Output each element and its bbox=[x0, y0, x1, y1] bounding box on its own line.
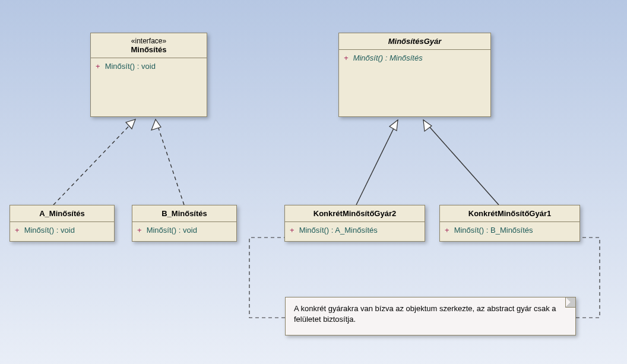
class-interface-minosites: «interface» Minősítés + Minősít() : void bbox=[90, 33, 207, 117]
stereotype-label: «interface» bbox=[96, 37, 202, 45]
class-name: A_Minősítés bbox=[15, 209, 109, 218]
operation: + Minősít() : void bbox=[137, 226, 197, 235]
visibility: + bbox=[15, 226, 22, 235]
op-text: Minősít() : A_Minősítés bbox=[299, 226, 378, 235]
class-name: KonkrétMinősítőGyár1 bbox=[445, 209, 575, 218]
class-konkret-gyar-2: KonkrétMinősítőGyár2 + Minősít() : A_Min… bbox=[284, 205, 425, 242]
svg-marker-5 bbox=[390, 120, 398, 131]
svg-line-6 bbox=[423, 120, 499, 205]
visibility: + bbox=[290, 226, 297, 235]
class-name: MinősítésGyár bbox=[344, 37, 486, 46]
operation: + Minősít() : A_Minősítés bbox=[290, 226, 378, 235]
visibility: + bbox=[96, 62, 103, 71]
op-text: Minősít() : void bbox=[147, 226, 197, 235]
svg-line-2 bbox=[156, 119, 184, 205]
operation: + Minősít() : Minősítés bbox=[344, 53, 423, 62]
uml-note: A konkrét gyárakra van bízva az objektum… bbox=[285, 297, 576, 335]
class-name: Minősítés bbox=[96, 45, 202, 54]
class-name: KonkrétMinősítőGyár2 bbox=[290, 209, 420, 218]
note-text: A konkrét gyárakra van bízva az objektum… bbox=[294, 304, 556, 324]
class-name: B_Minősítés bbox=[137, 209, 232, 218]
visibility: + bbox=[445, 226, 452, 235]
class-konkret-gyar-1: KonkrétMinősítőGyár1 + Minősít() : B_Min… bbox=[439, 205, 580, 242]
op-text: Minősít() : Minősítés bbox=[353, 53, 423, 62]
op-text: Minősít() : B_Minősítés bbox=[454, 226, 533, 235]
svg-marker-1 bbox=[126, 119, 135, 129]
operation: + Minősít() : void bbox=[96, 62, 156, 71]
visibility: + bbox=[344, 53, 351, 62]
op-text: Minősít() : void bbox=[105, 62, 156, 71]
class-a-minosites: A_Minősítés + Minősít() : void bbox=[10, 205, 115, 242]
class-minosites-gyar: MinősítésGyár + Minősít() : Minősítés bbox=[338, 33, 491, 117]
operation: + Minősít() : void bbox=[15, 226, 75, 235]
svg-line-4 bbox=[356, 120, 398, 205]
visibility: + bbox=[137, 226, 144, 235]
operation: + Minősít() : B_Minősítés bbox=[445, 226, 533, 235]
class-b-minosites: B_Minősítés + Minősít() : void bbox=[132, 205, 237, 242]
svg-marker-7 bbox=[423, 120, 432, 131]
op-text: Minősít() : void bbox=[24, 226, 75, 235]
diagram-canvas: «interface» Minősítés + Minősít() : void… bbox=[0, 0, 627, 364]
svg-line-0 bbox=[53, 119, 135, 205]
svg-marker-3 bbox=[151, 119, 161, 130]
